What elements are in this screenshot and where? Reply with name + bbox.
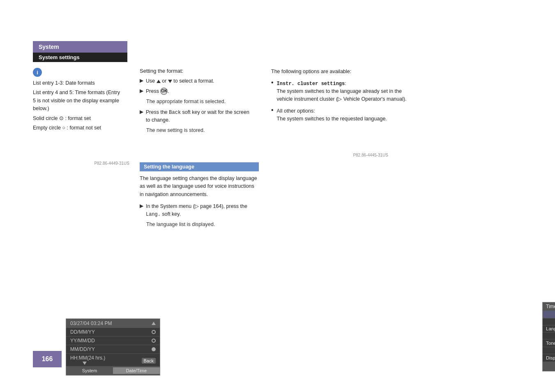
row-label-2: MM/DD/YY [70,346,95,352]
radio-empty-0 [152,330,156,334]
option-desc-1: The system switches to the requested lan… [277,116,387,122]
bullet-text-2: Press the Back soft key or wait for the … [146,108,255,124]
info-box: i List entry 1-3: Date formats List entr… [33,68,123,134]
screen-right-caption: P82.86-4445-31US [353,153,388,157]
triangle-down-icon [83,362,87,365]
sr-row-english: Lang. English [543,325,555,332]
lang-mono: Lang. [146,212,161,217]
ok-button-icon: OK [160,88,168,95]
right-bullet-text-1: All other options: The system switches t… [277,107,387,123]
screen-left-header: 03/27/04 03:24 PM [66,319,160,328]
radio-empty-1 [152,339,156,343]
row-label-0: DD/MM/YY [70,329,95,335]
format-section-title: Setting the format: [140,68,255,74]
note-text-0: The appropriate format is selected. [146,98,255,106]
screen-row-0: DD/MM/YY [66,328,160,337]
arrow-icon-0: ▶ [140,78,143,83]
header-title: System [39,44,59,50]
subheader-subtitle: System settings [39,54,80,60]
right-column: The following options are available: • I… [271,68,411,127]
sr-time-row: Time [543,302,555,311]
lang-note: The language list is displayed. [146,221,259,228]
sr-row-french: French [543,332,555,339]
sr-row-italiano: Tones Italiano Reset [543,339,555,347]
option-label-0: Instr. cluster settings [277,81,345,87]
page-number-box: 166 [33,351,62,367]
info-line-4: Empty circle ○ : format not set [33,124,123,132]
row-label-3: HH:MM(24 hrs.) [70,355,105,361]
sr-label-lang: Lang. [546,326,555,331]
sr-footer: System [543,362,555,371]
bullet-dot-0: • [271,79,274,86]
screen-row-2: MM/DD/YY [66,345,160,354]
down-arrow-icon [168,80,172,83]
screen-footer-left: System Date/Time [66,366,160,375]
arrow-icon-2: ▶ [140,109,143,115]
info-icon: i [33,68,42,77]
lang-para: The language setting changes the display… [140,175,259,198]
hhmm-row: HH:MM(24 hrs.) [70,355,105,365]
back-button-left[interactable]: Back [142,358,156,364]
screen-left-caption-wrapper: P82.86-4449-31US [33,160,129,166]
sr-row-instr: Instr. cluster settings VC tips [543,311,555,318]
right-bullet-0: • Instr. cluster settings: The system sw… [271,80,411,103]
bullet-text-1: Press OK. [146,88,169,95]
info-line-1: List entry 1-3: Date formats [33,79,123,87]
info-line-2: List entry 4 and 5: Time formats (Entry … [33,89,123,113]
screen-date-time: 03/27/04 03:24 PM [70,321,112,326]
screen-left-wrapper: 03/27/04 03:24 PM DD/MM/YY YY/MM/DD MM/D… [33,158,129,166]
radio-filled-2 [152,347,156,351]
screen-right-caption-wrapper: P82.86-4445-31US [271,152,388,158]
tab-system-right[interactable]: System [543,363,555,370]
back-mono: Back [169,110,181,115]
bottom-right: Back [142,356,156,364]
header-bar: System [33,41,127,53]
screen-bottom-row: HH:MM(24 hrs.) Back [66,354,160,366]
page-number: 166 [42,355,53,363]
middle-column: Setting the format: ▶ Use or to select a… [140,68,255,138]
lang-section-header: Setting the language [140,162,259,171]
bullet-row-2: ▶ Press the Back soft key or wait for th… [140,108,255,124]
sr-time-label: Time [546,304,555,309]
right-bullet-1: • All other options: The system switches… [271,107,411,123]
option-desc-0: The system switches to the language alre… [277,88,407,102]
lang-bullet: ▶ In the System menu (▷ page 164), press… [140,203,259,218]
option-label-1: All other options: [277,108,315,114]
subheader-bar: System settings [33,53,127,62]
lang-bullet-text: In the System menu (▷ page 164), press t… [146,203,259,218]
sr-label-tones: Tones [546,341,555,346]
page: System System settings i List entry 1-3:… [0,0,555,392]
screen-right-wrapper: Time Instr. cluster settings VC tips Deu… [271,150,388,158]
screen-left-caption: P82.86-4449-31US [94,161,129,166]
right-intro: The following options are available: [271,68,411,76]
bullet-dot-1: • [271,106,274,114]
bullet-text-0: Use or to select a format. [146,77,214,85]
arrow-icon-1: ▶ [140,88,143,94]
sr-row-display: Display Back [543,354,555,362]
info-line-3: Solid circle ⊙ : format set [33,115,123,122]
sr-row-deutsch: Deutsch [543,318,555,325]
up-arrow-icon [157,80,161,83]
sr-label-display: Display [546,355,555,360]
bullet-row-0: ▶ Use or to select a format. [140,77,255,85]
note-text-1: The new setting is stored. [146,127,255,134]
sr-row-nederlands: Nederlands [543,347,555,354]
lang-section: Setting the language The language settin… [140,162,259,232]
lang-arrow-icon: ▶ [140,203,143,209]
info-text: List entry 1-3: Date formats List entry … [33,79,123,132]
triangle-up-icon [152,322,156,325]
screen-left: 03/27/04 03:24 PM DD/MM/YY YY/MM/DD MM/D… [66,318,160,376]
tab-system-left[interactable]: System [66,367,113,374]
screen-row-1: YY/MM/DD [66,337,160,345]
row-label-1: YY/MM/DD [70,338,95,344]
screen-right: Time Instr. cluster settings VC tips Deu… [542,302,555,371]
tab-datetime[interactable]: Date/Time [113,367,160,374]
bullet-row-1: ▶ Press OK. [140,88,255,95]
right-bullet-text-0: Instr. cluster settings: The system swit… [277,80,411,103]
